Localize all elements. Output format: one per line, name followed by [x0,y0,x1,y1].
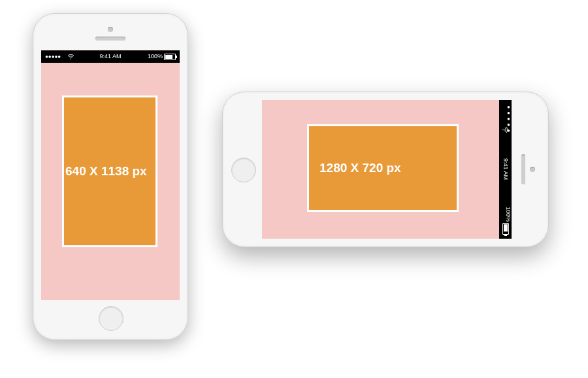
dimension-label-portrait: 640 X 1138 px [64,163,147,179]
diagram-stage: ●●●●● 9:41 AM 100% 640 X 1138 px ●●●●● [0,0,588,378]
earpiece-icon [521,154,525,184]
safe-area-portrait: 640 X 1138 px [64,97,155,245]
battery-percent: 100% [499,207,512,222]
home-button-icon [99,306,123,331]
status-bar: ●●●●● 9:41 AM 100% [41,50,180,63]
camera-dot-icon [530,167,535,172]
home-button-icon [231,158,256,182]
battery-percent: 100% [148,50,163,63]
battery-icon [164,54,176,60]
screen-landscape: ●●●●● 9:41 AM 100% 1280 X 720 px [262,100,512,239]
camera-dot-icon [108,27,113,32]
status-bar: ●●●●● 9:41 AM 100% [499,100,512,239]
phone-mockup-landscape: ●●●●● 9:41 AM 100% 1280 X 720 px [222,92,549,247]
dimension-label-landscape: 1280 X 720 px [309,160,401,176]
battery-icon [502,223,509,235]
phone-mockup-portrait: ●●●●● 9:41 AM 100% 640 X 1138 px [33,13,188,340]
earpiece-icon [95,37,125,41]
screen-portrait: ●●●●● 9:41 AM 100% 640 X 1138 px [41,50,180,300]
safe-area-landscape: 1280 X 720 px [309,126,457,210]
